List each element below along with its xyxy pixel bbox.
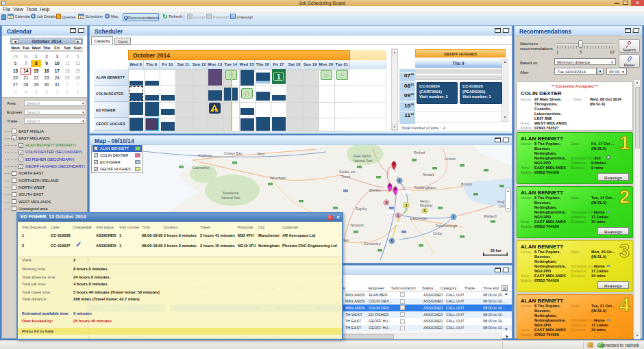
svg-text:Melton: Melton <box>420 200 430 203</box>
svg-text:Nottingham: Nottingham <box>414 185 436 190</box>
svg-text:Stoke-on-: Stoke-on- <box>339 170 356 174</box>
svg-text:Rugeley: Rugeley <box>356 207 368 211</box>
svg-text:1: 1 <box>397 214 399 218</box>
svg-text:Corby: Corby <box>433 231 443 235</box>
svg-text:Wisbech: Wisbech <box>484 214 497 218</box>
svg-text:2: 2 <box>405 203 407 207</box>
svg-text:ham: ham <box>343 238 349 242</box>
svg-text:Mowbray: Mowbray <box>420 204 433 207</box>
svg-text:Trent: Trent <box>341 174 351 179</box>
svg-text:Anglesey: Anglesey <box>198 153 212 157</box>
svg-text:S: S <box>391 239 393 243</box>
svg-text:S: S <box>423 209 426 213</box>
svg-text:National Park: National Park <box>221 196 240 200</box>
svg-text:Peterborough: Peterborough <box>436 224 458 228</box>
svg-text:Rhyl: Rhyl <box>258 152 264 156</box>
svg-text:Retford: Retford <box>414 151 425 155</box>
svg-text:1: 1 <box>452 215 454 219</box>
svg-text:Colwyn Bay: Colwyn Bay <box>224 151 243 155</box>
svg-text:Derby: Derby <box>369 188 381 192</box>
svg-text:Wrexham: Wrexham <box>270 176 286 180</box>
svg-text:Coventry: Coventry <box>364 241 382 246</box>
svg-text:2: 2 <box>398 179 400 183</box>
svg-text:Tamworth: Tamworth <box>350 224 364 227</box>
svg-text:Snowdonia: Snowdonia <box>223 192 238 195</box>
svg-text:Newark: Newark <box>423 172 434 177</box>
svg-text:National Park: National Park <box>354 159 373 163</box>
svg-text:S: S <box>385 201 388 205</box>
svg-text:Boston: Boston <box>461 182 472 186</box>
svg-text:Lincoln: Lincoln <box>445 157 456 161</box>
svg-text:20 km: 20 km <box>491 248 501 253</box>
svg-text:Peak District: Peak District <box>354 155 372 158</box>
svg-text:Caernarfon: Caernarfon <box>193 166 210 170</box>
